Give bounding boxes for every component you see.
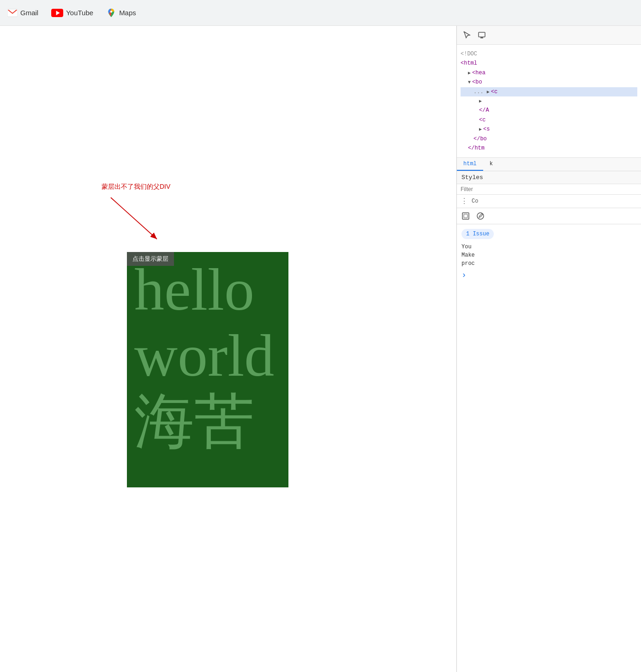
svg-rect-8: [480, 37, 483, 38]
styles-tab-label[interactable]: Styles: [461, 174, 483, 181]
youtube-label: YouTube: [66, 9, 93, 17]
dom-tree: <!DOC <html ▶<hea ▼<bo ... ▶<c ▶ </A <c …: [457, 45, 641, 158]
triangle-div[interactable]: ▶: [487, 90, 490, 95]
ellipsis: ...: [473, 89, 484, 95]
browser-topbar: Gmail YouTube Maps: [0, 0, 641, 26]
annotation: 蒙层出不了我们的父DIV: [97, 183, 171, 248]
topbar-gmail[interactable]: Gmail: [7, 8, 38, 18]
issues-chevron-icon: ›: [461, 270, 467, 280]
dom-line-close-html: </htm: [461, 144, 637, 153]
triangle-inner[interactable]: ▶: [479, 99, 482, 104]
inspect-element-button[interactable]: [461, 30, 473, 41]
show-overlay-button[interactable]: 点击显示蒙层: [127, 252, 174, 266]
maps-label: Maps: [119, 9, 136, 17]
issues-more-button[interactable]: ›: [461, 270, 636, 280]
three-dots-menu[interactable]: ⋮: [461, 197, 468, 206]
youtube-icon: [51, 9, 63, 17]
dom-line-c: <c: [461, 115, 637, 125]
dom-line-close-a: </A: [461, 106, 637, 115]
main-area: 蒙层出不了我们的父DIV 点击显示蒙层 helloworld海苦: [0, 26, 641, 672]
dom-line-script[interactable]: ▶<s: [461, 125, 637, 134]
svg-point-3: [110, 10, 113, 12]
styles-filter-input[interactable]: [461, 186, 637, 192]
svg-line-5: [111, 198, 157, 239]
co-label: Co: [472, 198, 478, 204]
issues-badge[interactable]: 1 Issue: [461, 229, 494, 239]
issues-text: You Make proc: [461, 243, 636, 268]
dom-line-triangle-only[interactable]: ▶: [461, 96, 637, 106]
dom-line-div-selected[interactable]: ... ▶<c: [461, 87, 637, 96]
topbar-maps[interactable]: Maps: [106, 8, 136, 18]
pencil-circle-icon: [476, 212, 485, 220]
dom-line-html[interactable]: <html: [461, 59, 637, 68]
device-toggle-button[interactable]: [476, 30, 487, 41]
gmail-label: Gmail: [20, 9, 38, 17]
green-demo-box: helloworld海苦: [127, 252, 288, 487]
arrow-container: [97, 193, 171, 248]
svg-rect-7: [479, 32, 485, 37]
dom-line-doctype: <!DOC: [461, 49, 637, 59]
dom-line-body[interactable]: ▼<bo: [461, 78, 637, 87]
devtools-panel: <!DOC <html ▶<hea ▼<bo ... ▶<c ▶ </A <c …: [456, 26, 641, 672]
maps-icon: [106, 8, 116, 18]
device-icon: [478, 31, 486, 39]
svg-rect-9: [462, 213, 469, 219]
tab-k[interactable]: k: [483, 158, 499, 171]
svg-point-11: [477, 213, 484, 219]
demo-content-text: helloworld海苦: [127, 252, 288, 459]
page-area: 蒙层出不了我们的父DIV 点击显示蒙层 helloworld海苦: [0, 26, 456, 672]
box-model-icon: [461, 212, 470, 220]
inspect-icon: [463, 31, 471, 39]
svg-rect-10: [464, 214, 467, 218]
demo-container: 点击显示蒙层 helloworld海苦: [127, 252, 288, 487]
layout-icon[interactable]: [461, 211, 471, 221]
devtools-tabs: html k: [457, 158, 641, 171]
annotation-arrow: [97, 193, 171, 248]
styles-icons-row: [457, 208, 641, 224]
issues-section: 1 Issue You Make proc ›: [457, 224, 641, 284]
dom-line-head[interactable]: ▶<hea: [461, 68, 637, 78]
annotation-text: 蒙层出不了我们的父DIV: [102, 183, 171, 191]
gmail-icon: [7, 8, 18, 18]
edit-styles-icon[interactable]: [475, 211, 485, 221]
svg-rect-6: [463, 31, 465, 33]
styles-filter-row: [457, 184, 641, 195]
topbar-youtube[interactable]: YouTube: [51, 9, 93, 17]
triangle-head[interactable]: ▶: [468, 71, 471, 76]
tab-html[interactable]: html: [457, 158, 483, 171]
dom-line-close-body: </bo: [461, 134, 637, 144]
triangle-body[interactable]: ▼: [468, 80, 471, 85]
styles-toolbar-row: ⋮ Co: [457, 195, 641, 208]
devtools-toolbar: [457, 26, 641, 45]
triangle-script[interactable]: ▶: [479, 127, 482, 132]
issues-description: You Make proc: [461, 244, 475, 267]
